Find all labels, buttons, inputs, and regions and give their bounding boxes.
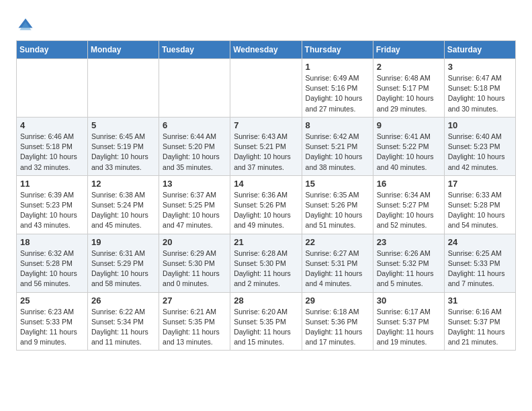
day-info: Sunrise: 6:46 AMSunset: 5:18 PMDaylight:…: [20, 132, 84, 173]
day-number: 29: [306, 295, 369, 306]
day-info: Sunrise: 6:16 AMSunset: 5:37 PMDaylight:…: [448, 307, 512, 348]
day-number: 7: [234, 120, 298, 130]
day-info: Sunrise: 6:47 AMSunset: 5:18 PMDaylight:…: [448, 73, 512, 114]
calendar-cell: 13Sunrise: 6:37 AMSunset: 5:25 PMDayligh…: [159, 175, 230, 234]
calendar-cell: 5Sunrise: 6:45 AMSunset: 5:19 PMDaylight…: [88, 117, 159, 175]
day-info: Sunrise: 6:28 AMSunset: 5:30 PMDaylight:…: [234, 248, 298, 289]
day-info: Sunrise: 6:29 AMSunset: 5:30 PMDaylight:…: [163, 248, 226, 289]
weekday-header-wednesday: Wednesday: [230, 41, 302, 59]
day-info: Sunrise: 6:48 AMSunset: 5:17 PMDaylight:…: [377, 73, 441, 114]
calendar-cell: 3Sunrise: 6:47 AMSunset: 5:18 PMDaylight…: [444, 59, 515, 118]
calendar-cell: 14Sunrise: 6:36 AMSunset: 5:26 PMDayligh…: [230, 175, 302, 234]
calendar-table: SundayMondayTuesdayWednesdayThursdayFrid…: [16, 40, 516, 351]
calendar-cell: 31Sunrise: 6:16 AMSunset: 5:37 PMDayligh…: [444, 292, 515, 351]
calendar-row-2: 4Sunrise: 6:46 AMSunset: 5:18 PMDaylight…: [17, 117, 516, 175]
calendar-cell: 7Sunrise: 6:43 AMSunset: 5:21 PMDaylight…: [230, 117, 302, 175]
day-number: 28: [234, 295, 298, 306]
day-info: Sunrise: 6:36 AMSunset: 5:26 PMDaylight:…: [234, 190, 298, 231]
day-info: Sunrise: 6:21 AMSunset: 5:35 PMDaylight:…: [163, 307, 226, 348]
day-number: 31: [448, 295, 512, 306]
calendar-cell: 19Sunrise: 6:31 AMSunset: 5:29 PMDayligh…: [88, 234, 159, 292]
day-number: 6: [163, 120, 226, 130]
day-number: 10: [448, 120, 512, 130]
day-number: 14: [234, 179, 298, 189]
day-info: Sunrise: 6:43 AMSunset: 5:21 PMDaylight:…: [234, 132, 298, 173]
day-number: 2: [377, 62, 441, 72]
day-number: 20: [163, 237, 226, 247]
weekday-header-monday: Monday: [88, 41, 159, 59]
day-info: Sunrise: 6:26 AMSunset: 5:32 PMDaylight:…: [377, 248, 441, 289]
day-number: 21: [234, 237, 298, 247]
calendar-cell: 23Sunrise: 6:26 AMSunset: 5:32 PMDayligh…: [373, 234, 444, 292]
calendar-row-3: 11Sunrise: 6:39 AMSunset: 5:23 PMDayligh…: [17, 175, 516, 234]
day-info: Sunrise: 6:33 AMSunset: 5:28 PMDaylight:…: [448, 190, 512, 231]
calendar-cell: 11Sunrise: 6:39 AMSunset: 5:23 PMDayligh…: [17, 175, 88, 234]
day-number: 8: [306, 120, 369, 130]
calendar-cell: 22Sunrise: 6:27 AMSunset: 5:31 PMDayligh…: [302, 234, 373, 292]
day-info: Sunrise: 6:44 AMSunset: 5:20 PMDaylight:…: [163, 132, 226, 173]
day-number: 27: [163, 295, 226, 306]
calendar-cell: 29Sunrise: 6:18 AMSunset: 5:36 PMDayligh…: [302, 292, 373, 351]
calendar-cell: [88, 59, 159, 118]
logo: [16, 16, 38, 35]
day-info: Sunrise: 6:31 AMSunset: 5:29 PMDaylight:…: [91, 248, 155, 289]
calendar-cell: 12Sunrise: 6:38 AMSunset: 5:24 PMDayligh…: [88, 175, 159, 234]
day-info: Sunrise: 6:18 AMSunset: 5:36 PMDaylight:…: [306, 307, 369, 348]
calendar-cell: [17, 59, 88, 118]
calendar-cell: 8Sunrise: 6:42 AMSunset: 5:21 PMDaylight…: [302, 117, 373, 175]
calendar-cell: 4Sunrise: 6:46 AMSunset: 5:18 PMDaylight…: [17, 117, 88, 175]
calendar-row-1: 1Sunrise: 6:49 AMSunset: 5:16 PMDaylight…: [17, 59, 516, 118]
calendar-cell: 9Sunrise: 6:41 AMSunset: 5:22 PMDaylight…: [373, 117, 444, 175]
day-number: 1: [306, 62, 369, 72]
calendar-row-4: 18Sunrise: 6:32 AMSunset: 5:28 PMDayligh…: [17, 234, 516, 292]
calendar-cell: 16Sunrise: 6:34 AMSunset: 5:27 PMDayligh…: [373, 175, 444, 234]
day-number: 15: [306, 179, 369, 189]
day-number: 12: [91, 179, 155, 189]
calendar-cell: 25Sunrise: 6:23 AMSunset: 5:33 PMDayligh…: [17, 292, 88, 351]
day-number: 22: [306, 237, 369, 247]
day-info: Sunrise: 6:41 AMSunset: 5:22 PMDaylight:…: [377, 132, 441, 173]
weekday-header-friday: Friday: [373, 41, 444, 59]
day-info: Sunrise: 6:49 AMSunset: 5:16 PMDaylight:…: [306, 73, 369, 114]
calendar-cell: 2Sunrise: 6:48 AMSunset: 5:17 PMDaylight…: [373, 59, 444, 118]
day-info: Sunrise: 6:17 AMSunset: 5:37 PMDaylight:…: [377, 307, 441, 348]
calendar-row-5: 25Sunrise: 6:23 AMSunset: 5:33 PMDayligh…: [17, 292, 516, 351]
day-info: Sunrise: 6:42 AMSunset: 5:21 PMDaylight:…: [306, 132, 369, 173]
day-info: Sunrise: 6:35 AMSunset: 5:26 PMDaylight:…: [306, 190, 369, 231]
calendar-cell: [159, 59, 230, 118]
day-info: Sunrise: 6:23 AMSunset: 5:33 PMDaylight:…: [20, 307, 84, 348]
calendar-cell: 24Sunrise: 6:25 AMSunset: 5:33 PMDayligh…: [444, 234, 515, 292]
day-info: Sunrise: 6:25 AMSunset: 5:33 PMDaylight:…: [448, 248, 512, 289]
day-number: 19: [91, 237, 155, 247]
day-info: Sunrise: 6:39 AMSunset: 5:23 PMDaylight:…: [20, 190, 84, 231]
day-number: 9: [377, 120, 441, 130]
day-number: 26: [91, 295, 155, 306]
weekday-header-saturday: Saturday: [444, 41, 515, 59]
day-number: 23: [377, 237, 441, 247]
logo-icon: [16, 16, 35, 35]
calendar-cell: 27Sunrise: 6:21 AMSunset: 5:35 PMDayligh…: [159, 292, 230, 351]
calendar-cell: 28Sunrise: 6:20 AMSunset: 5:35 PMDayligh…: [230, 292, 302, 351]
calendar-cell: 30Sunrise: 6:17 AMSunset: 5:37 PMDayligh…: [373, 292, 444, 351]
day-number: 16: [377, 179, 441, 189]
day-number: 11: [20, 179, 84, 189]
calendar-cell: 20Sunrise: 6:29 AMSunset: 5:30 PMDayligh…: [159, 234, 230, 292]
day-info: Sunrise: 6:20 AMSunset: 5:35 PMDaylight:…: [234, 307, 298, 348]
calendar-cell: 1Sunrise: 6:49 AMSunset: 5:16 PMDaylight…: [302, 59, 373, 118]
day-info: Sunrise: 6:38 AMSunset: 5:24 PMDaylight:…: [91, 190, 155, 231]
weekday-header-thursday: Thursday: [302, 41, 373, 59]
day-info: Sunrise: 6:27 AMSunset: 5:31 PMDaylight:…: [306, 248, 369, 289]
calendar-cell: 21Sunrise: 6:28 AMSunset: 5:30 PMDayligh…: [230, 234, 302, 292]
calendar-cell: 15Sunrise: 6:35 AMSunset: 5:26 PMDayligh…: [302, 175, 373, 234]
calendar-cell: 10Sunrise: 6:40 AMSunset: 5:23 PMDayligh…: [444, 117, 515, 175]
calendar-cell: 6Sunrise: 6:44 AMSunset: 5:20 PMDaylight…: [159, 117, 230, 175]
day-number: 24: [448, 237, 512, 247]
day-number: 13: [163, 179, 226, 189]
day-info: Sunrise: 6:34 AMSunset: 5:27 PMDaylight:…: [377, 190, 441, 231]
weekday-header-sunday: Sunday: [17, 41, 88, 59]
calendar-cell: 26Sunrise: 6:22 AMSunset: 5:34 PMDayligh…: [88, 292, 159, 351]
day-number: 30: [377, 295, 441, 306]
calendar-cell: 18Sunrise: 6:32 AMSunset: 5:28 PMDayligh…: [17, 234, 88, 292]
day-number: 18: [20, 237, 84, 247]
calendar-cell: 17Sunrise: 6:33 AMSunset: 5:28 PMDayligh…: [444, 175, 515, 234]
